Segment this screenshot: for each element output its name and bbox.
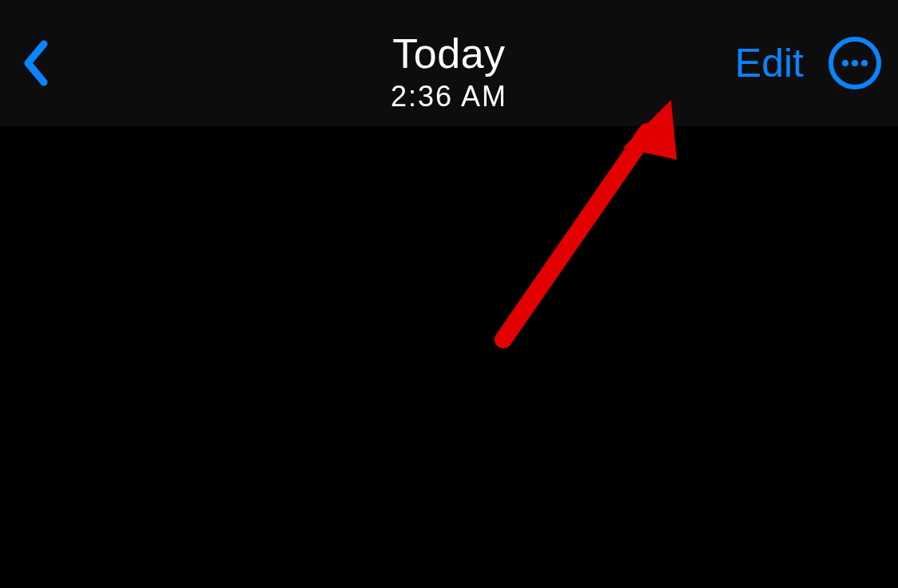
more-button[interactable]: [828, 36, 882, 90]
chevron-left-icon: [20, 39, 52, 87]
page-subtitle: 2:36 AM: [391, 80, 507, 113]
more-icon: [828, 36, 882, 90]
svg-point-2: [852, 60, 858, 66]
edit-button[interactable]: Edit: [735, 40, 804, 86]
page-title: Today: [391, 30, 507, 78]
svg-point-1: [842, 60, 848, 66]
navigation-header: Today 2:36 AM Edit: [0, 0, 898, 126]
content-area: [0, 126, 898, 588]
title-container: Today 2:36 AM: [391, 30, 507, 113]
svg-point-3: [861, 60, 868, 66]
back-button[interactable]: [16, 31, 56, 95]
